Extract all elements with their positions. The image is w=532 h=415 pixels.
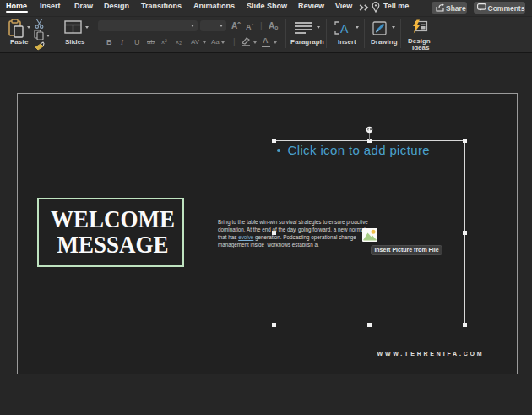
svg-text:A: A [340,22,349,35]
